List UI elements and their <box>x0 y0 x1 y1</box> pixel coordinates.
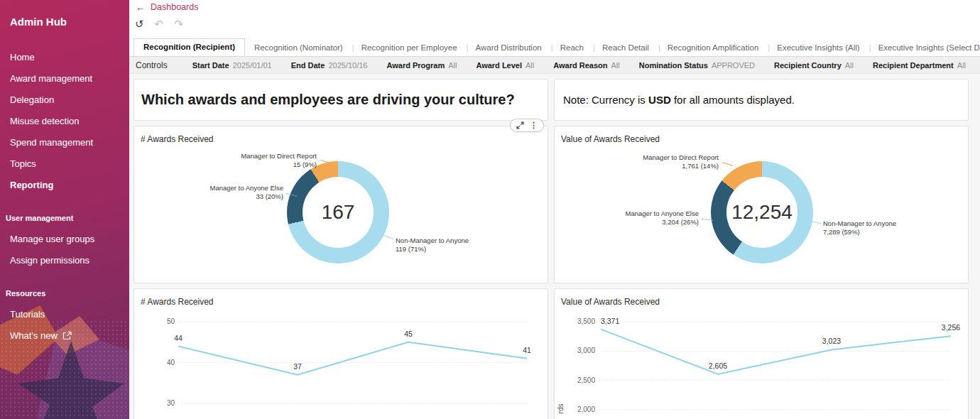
panel-awards-count-donut: ⋮ # Awards Received 167 Manager to Direc… <box>134 126 548 283</box>
sidebar-nav-user-management: Manage user groups Assign permissions <box>0 228 129 271</box>
donut-center-total: 12,254 <box>711 161 813 263</box>
svg-text:3,000: 3,000 <box>577 347 595 354</box>
tab-recognition-nominator[interactable]: Recognition (Nominator) <box>245 40 352 56</box>
sidebar-item-award-management[interactable]: Award management <box>0 67 129 89</box>
awards-count-donut-chart[interactable]: 167 <box>287 161 389 263</box>
tab-executive-insights-select-department[interactable]: Executive Insights (Select Department) <box>869 40 980 56</box>
dashboard-canvas: Which awards and employees are driving y… <box>129 74 980 419</box>
panel-currency-note: Note: Currency is USD for all amounts di… <box>554 79 969 121</box>
svg-text:50: 50 <box>167 317 175 325</box>
panel-question-title: Which awards and employees are driving y… <box>134 79 548 121</box>
content-area: ← Dashboards ↺ ↶ ↷ Recognition (Recipien… <box>129 0 980 419</box>
tab-recognition-recipient[interactable]: Recognition (Recipient) <box>134 38 245 56</box>
sidebar-item-misuse-detection[interactable]: Misuse detection <box>0 110 129 131</box>
filter-recipient-department[interactable]: Recipient DepartmentAll <box>873 61 966 70</box>
awards-value-line-chart[interactable]: 3,5003,0002,5002,0003,3712,6053,0233,256 <box>555 289 969 419</box>
sidebar-item-topics[interactable]: Topics <box>0 153 129 174</box>
svg-text:40: 40 <box>167 359 175 366</box>
donut-center-total: 167 <box>287 161 389 263</box>
redo-icon[interactable]: ↷ <box>174 18 183 31</box>
external-link-icon <box>62 331 72 340</box>
sidebar: Admin Hub Home Award management Delegati… <box>0 0 129 419</box>
tab-recognition-per-employee[interactable]: Recognition per Employee <box>352 40 467 56</box>
svg-text:3,371: 3,371 <box>601 317 619 325</box>
dashboard-tabs: Recognition (Recipient) Recognition (Nom… <box>129 39 980 56</box>
svg-text:45: 45 <box>404 330 413 338</box>
kebab-menu-icon[interactable]: ⋮ <box>530 121 538 129</box>
svg-text:41: 41 <box>523 346 531 354</box>
chart-title: # Awards Received <box>141 297 214 307</box>
sidebar-item-assign-permissions[interactable]: Assign permissions <box>0 249 129 271</box>
svg-text:30: 30 <box>167 399 175 407</box>
sidebar-item-delegation[interactable]: Delegation <box>0 89 129 110</box>
tab-recognition-amplification[interactable]: Recognition Amplification <box>658 40 768 56</box>
page-title: Which awards and employees are driving y… <box>141 92 515 108</box>
controls-bar: Controls Start Date2025/01/01 End Date20… <box>129 56 980 74</box>
sidebar-section-resources: Resources <box>0 285 129 302</box>
breadcrumb-dashboards-link[interactable]: Dashboards <box>151 2 198 12</box>
svg-text:3,023: 3,023 <box>822 337 841 345</box>
svg-text:2,605: 2,605 <box>709 361 727 370</box>
controls-label: Controls <box>136 60 168 70</box>
callout-manager-to-direct-report: Manager to Direct Report1,761 (14%) <box>643 153 719 170</box>
callout-non-manager-to-anyone: Non-Manager to Anyone7,289 (59%) <box>823 219 896 236</box>
y-axis-label-fragment: rds <box>557 404 565 414</box>
chart-title: Value of Awards Received <box>561 134 660 144</box>
svg-text:3,256: 3,256 <box>942 323 960 332</box>
back-arrow-icon[interactable]: ← <box>136 1 146 13</box>
tab-award-distribution[interactable]: Award Distribution <box>467 40 551 56</box>
panel-awards-count-trend: # Awards Received 50403044374541 <box>134 288 548 419</box>
panel-actions: ⋮ <box>510 119 544 132</box>
currency-note: Note: Currency is USD for all amounts di… <box>563 94 795 106</box>
filter-nomination-status[interactable]: Nomination StatusAPPROVED <box>639 61 755 70</box>
tab-executive-insights-all[interactable]: Executive Insights (All) <box>768 40 869 56</box>
callout-non-manager-to-anyone: Non-Manager to Anyone119 (71%) <box>396 236 469 254</box>
chart-title: # Awards Received <box>141 134 214 144</box>
tab-reach-detail[interactable]: Reach Detail <box>593 40 658 56</box>
whats-new-label: What's new <box>10 330 58 341</box>
expand-icon[interactable] <box>516 121 524 129</box>
filter-award-program[interactable]: Award ProgramAll <box>386 61 457 70</box>
breadcrumb: ← Dashboards <box>129 0 980 13</box>
sidebar-section-user-management: User management <box>0 210 129 227</box>
panel-awards-value-trend: Value of Awards Received 3,5003,0002,500… <box>554 288 969 419</box>
callout-manager-to-anyone-else: Manager to Anyone Else33 (20%) <box>209 184 283 201</box>
sidebar-nav-resources: Tutorials What's new <box>0 303 129 346</box>
svg-text:3,500: 3,500 <box>577 317 595 325</box>
sidebar-item-reporting[interactable]: Reporting <box>0 174 129 195</box>
tab-reach[interactable]: Reach <box>551 40 593 56</box>
panel-awards-value-donut: Value of Awards Received 12,254 Manager … <box>554 126 969 283</box>
awards-value-donut-chart[interactable]: 12,254 <box>711 161 813 263</box>
chart-title: Value of Awards Received <box>561 297 660 307</box>
reset-icon[interactable]: ↺ <box>135 18 144 31</box>
sidebar-item-home[interactable]: Home <box>0 46 129 67</box>
filter-start-date[interactable]: Start Date2025/01/01 <box>192 61 272 70</box>
sidebar-item-tutorials[interactable]: Tutorials <box>0 303 129 325</box>
filter-award-level[interactable]: Award LevelAll <box>476 61 534 70</box>
svg-text:2,500: 2,500 <box>577 376 595 384</box>
app-title: Admin Hub <box>0 0 129 35</box>
filter-end-date[interactable]: End Date2025/10/16 <box>291 61 368 70</box>
filter-award-reason[interactable]: Award ReasonAll <box>553 61 619 70</box>
svg-text:2,000: 2,000 <box>577 406 595 413</box>
svg-text:44: 44 <box>174 334 183 342</box>
sidebar-item-whats-new[interactable]: What's new <box>0 325 129 346</box>
sidebar-item-manage-user-groups[interactable]: Manage user groups <box>0 228 129 249</box>
callout-manager-to-anyone-else: Manager to Anyone Else3,204 (26%) <box>625 210 699 227</box>
svg-text:37: 37 <box>293 362 302 371</box>
sidebar-item-spend-management[interactable]: Spend management <box>0 131 129 153</box>
app-window: Admin Hub Home Award management Delegati… <box>0 0 980 419</box>
undo-icon[interactable]: ↶ <box>155 18 164 31</box>
callout-manager-to-direct-report: Manager to Direct Report15 (9%) <box>241 152 317 169</box>
history-toolbar: ↺ ↶ ↷ <box>129 13 980 31</box>
sidebar-nav: Home Award management Delegation Misuse … <box>0 46 129 195</box>
awards-count-line-chart[interactable]: 50403044374541 <box>134 289 549 419</box>
filter-recipient-country[interactable]: Recipient CountryAll <box>774 61 854 70</box>
